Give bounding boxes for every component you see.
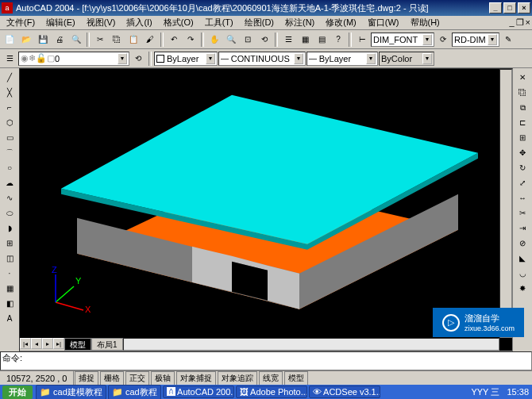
dimstyle-combo[interactable]: DIM_FONT ▼	[371, 33, 434, 47]
doc-minimize-button[interactable]: _	[509, 17, 514, 28]
menu-modify[interactable]: 修改(M)	[321, 16, 361, 29]
toolpalettes-icon[interactable]: ▤	[314, 32, 330, 48]
ellipse-arc-icon[interactable]: ◗	[2, 221, 17, 236]
close-button[interactable]: ×	[518, 2, 530, 13]
explode-icon[interactable]: ✸	[515, 281, 530, 296]
minimize-button[interactable]: _	[489, 2, 502, 13]
ellipse-icon[interactable]: ⬭	[2, 205, 17, 221]
pan-icon[interactable]: ✋	[206, 32, 222, 48]
model-space[interactable]: X Y Z	[20, 69, 499, 338]
taskbar-item[interactable]: 🅰 AutoCAD 200...	[163, 386, 234, 398]
menu-window[interactable]: 窗口(W)	[363, 16, 404, 29]
preview-icon[interactable]: 🔍	[68, 32, 84, 48]
line-icon[interactable]: ╱	[2, 70, 17, 85]
circle-icon[interactable]: ○	[2, 160, 17, 175]
coordinate-readout[interactable]: 10572, 2520 , 0	[0, 371, 74, 385]
paste-icon[interactable]: 📋	[125, 32, 141, 48]
menu-file[interactable]: 文件(F)	[2, 16, 40, 29]
menu-insert[interactable]: 插入(I)	[121, 16, 156, 29]
layer-manager-icon[interactable]: ☰	[2, 51, 17, 67]
print-icon[interactable]: 🖨	[52, 32, 67, 48]
model-toggle[interactable]: 模型	[284, 371, 308, 386]
otrack-toggle[interactable]: 对象追踪	[218, 371, 257, 386]
layer-combo[interactable]: ◉❄🔓▢ 0 ▼	[18, 52, 129, 66]
tab-next-icon[interactable]: ▸	[42, 338, 53, 349]
offset-icon[interactable]: ⊏	[515, 115, 530, 130]
point-icon[interactable]: ·	[2, 266, 17, 281]
copy-icon[interactable]: ⿻	[109, 32, 125, 48]
redo-icon[interactable]: ↷	[183, 32, 199, 48]
menu-view[interactable]: 视图(V)	[82, 16, 121, 29]
zoom-prev-icon[interactable]: ⟲	[256, 32, 272, 48]
plotstyle-combo[interactable]: ByColor ▼	[379, 52, 434, 66]
grid-toggle[interactable]: 栅格	[100, 371, 124, 386]
insert-block-icon[interactable]: ⊞	[2, 236, 17, 251]
open-icon[interactable]: 📂	[18, 32, 34, 48]
linetype-combo[interactable]: — CONTINUOUS ▼	[218, 52, 306, 66]
rectangle-icon[interactable]: ▭	[2, 130, 17, 145]
scale-icon[interactable]: ⤢	[515, 175, 530, 190]
text-icon[interactable]: A	[2, 311, 17, 326]
trim-icon[interactable]: ✂	[515, 205, 530, 221]
taskbar-item[interactable]: 🖼 Adobe Photo...	[236, 386, 307, 398]
dim-linear-icon[interactable]: ⊢	[354, 32, 370, 48]
taskbar-item[interactable]: 📁 cad建模教程	[36, 385, 106, 400]
osnap-toggle[interactable]: 对象捕捉	[176, 371, 216, 386]
lwt-toggle[interactable]: 线宽	[259, 371, 283, 386]
mirror-icon[interactable]: ⧉	[515, 100, 530, 115]
taskbar-item[interactable]: 📁 cad教程	[108, 385, 161, 400]
break-icon[interactable]: ⊘	[515, 236, 530, 251]
command-window[interactable]: 命令:	[0, 351, 532, 370]
designcenter-icon[interactable]: ▦	[297, 32, 313, 48]
color-combo[interactable]: ByLayer ▼	[154, 52, 218, 66]
help-icon[interactable]: ?	[330, 32, 346, 48]
tab-prev-icon[interactable]: ◂	[31, 338, 42, 349]
tab-last-icon[interactable]: ▸|	[53, 338, 64, 349]
zoom-window-icon[interactable]: ⊡	[240, 32, 256, 48]
system-tray[interactable]: YYY 三 15:38	[468, 386, 532, 398]
doc-close-button[interactable]: ×	[526, 17, 530, 28]
make-block-icon[interactable]: ◫	[2, 251, 17, 266]
menu-dim[interactable]: 标注(N)	[280, 16, 319, 29]
stretch-icon[interactable]: ↔	[515, 190, 530, 205]
rotate-icon[interactable]: ↻	[515, 160, 530, 175]
region-icon[interactable]: ◧	[2, 296, 17, 311]
new-file-icon[interactable]: 📄	[2, 32, 17, 48]
match-icon[interactable]: 🖌	[142, 32, 158, 48]
polar-toggle[interactable]: 极轴	[151, 371, 175, 386]
revcloud-icon[interactable]: ☁	[2, 175, 17, 190]
chamfer-icon[interactable]: ◣	[515, 251, 530, 266]
pline-icon[interactable]: ⌐	[2, 100, 17, 115]
save-icon[interactable]: 💾	[35, 32, 51, 48]
model-tab[interactable]: 模型	[64, 338, 91, 351]
array-icon[interactable]: ⊞	[515, 130, 530, 145]
dim-update-icon[interactable]: ⟳	[435, 32, 451, 48]
menu-edit[interactable]: 编辑(E)	[41, 16, 80, 29]
lineweight-combo[interactable]: — ByLayer ▼	[306, 52, 378, 66]
extend-icon[interactable]: ⇥	[515, 221, 530, 236]
tab-first-icon[interactable]: |◂	[20, 338, 31, 349]
properties-icon[interactable]: ☰	[280, 32, 296, 48]
horizontal-scrollbar[interactable]	[123, 338, 499, 351]
spline-icon[interactable]: ∿	[2, 190, 17, 205]
vertical-scrollbar[interactable]	[499, 69, 512, 338]
menu-tools[interactable]: 工具(T)	[200, 16, 238, 29]
start-button[interactable]: 开始	[2, 386, 33, 399]
undo-icon[interactable]: ↶	[166, 32, 182, 48]
menu-draw[interactable]: 绘图(D)	[240, 16, 279, 29]
menu-format[interactable]: 格式(O)	[159, 16, 199, 29]
copy-obj-icon[interactable]: ⿻	[515, 85, 530, 100]
ortho-toggle[interactable]: 正交	[125, 371, 149, 386]
layer-prev-icon[interactable]: ⟲	[130, 51, 146, 67]
hatch-icon[interactable]: ▦	[2, 281, 17, 296]
cut-icon[interactable]: ✂	[92, 32, 108, 48]
zoom-realtime-icon[interactable]: 🔍	[223, 32, 239, 48]
polygon-icon[interactable]: ⬡	[2, 115, 17, 130]
maximize-button[interactable]: □	[503, 2, 516, 13]
xline-icon[interactable]: ╳	[2, 85, 17, 100]
dimscale-combo[interactable]: RD-DIM ▼	[452, 33, 499, 47]
erase-icon[interactable]: ✕	[515, 70, 530, 85]
fillet-icon[interactable]: ◡	[515, 266, 530, 281]
taskbar-item[interactable]: 👁 ACDSee v3.1...	[309, 386, 380, 398]
layout-tab[interactable]: 布局1	[91, 338, 123, 351]
